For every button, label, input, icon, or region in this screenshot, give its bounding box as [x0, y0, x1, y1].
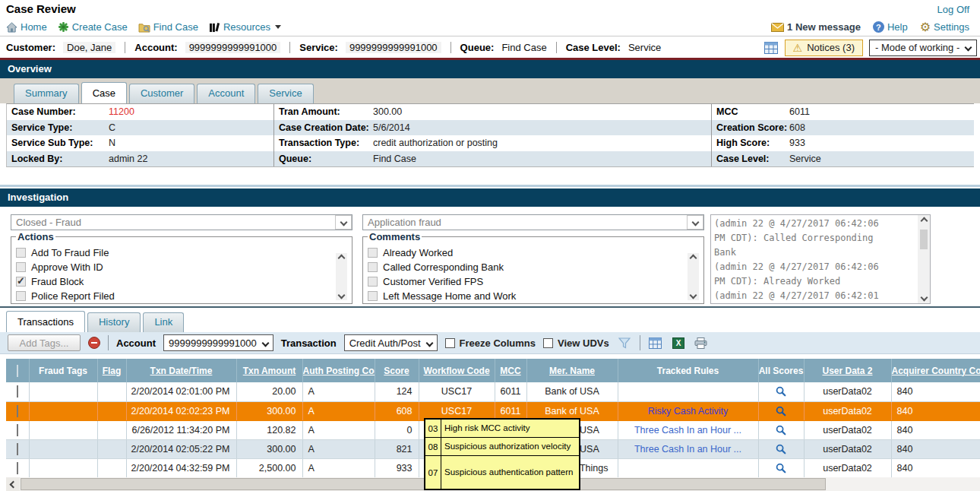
mode-of-working-select[interactable]: - Mode of working - — [869, 40, 977, 56]
tab-account[interactable]: Account — [197, 84, 255, 103]
notes-scrollbar[interactable] — [918, 215, 930, 303]
col-acquirer-country-code[interactable]: Acquirer Country Code — [891, 359, 980, 382]
action-item[interactable]: Fraud Block — [16, 274, 352, 289]
export-excel-icon[interactable]: X — [671, 335, 686, 350]
logoff-link[interactable]: Log Off — [937, 4, 969, 15]
comment-item[interactable]: Called Corresponding Bank — [368, 260, 703, 274]
view-udvs-checkbox[interactable]: View UDVs — [543, 337, 609, 349]
fraud-tags-cell — [29, 401, 97, 420]
transaction-select[interactable]: Credit Auth/Post — [344, 334, 438, 351]
checkbox[interactable] — [16, 277, 26, 287]
scroll-up-icon[interactable] — [690, 255, 697, 262]
tracked-rule-link[interactable]: Three Cash In an Hour ... — [634, 425, 741, 436]
add-tags-button[interactable]: Add Tags... — [8, 334, 81, 351]
nav-home[interactable]: Home — [6, 21, 47, 33]
tab-transactions[interactable]: Transactions — [6, 311, 85, 332]
comment-item[interactable]: Left Message Home and Work — [368, 289, 703, 303]
row-checkbox[interactable] — [17, 405, 18, 417]
action-item[interactable]: Add To Fraud File — [16, 246, 352, 260]
tab-link[interactable]: Link — [143, 312, 184, 332]
overview-section-header: Overview — [0, 60, 980, 78]
tracked-rule-link[interactable]: Risky Cash Activity — [648, 406, 729, 417]
checkbox[interactable] — [16, 248, 26, 258]
field-value: Service — [789, 154, 821, 164]
comment-item[interactable]: Customer Verified FPS — [368, 274, 703, 289]
col-score[interactable]: Score — [375, 359, 419, 382]
grid-panel-icon[interactable] — [763, 40, 779, 55]
checkbox[interactable] — [368, 291, 378, 301]
tracked-rules-cell: Three Cash In an Hour ... — [618, 439, 758, 458]
notes-text[interactable]: (admin 22 @ 4/27/2017 06:42:06 PM CDT): … — [711, 215, 917, 303]
scroll-down-icon[interactable] — [920, 294, 928, 302]
tab-summary[interactable]: Summary — [14, 84, 79, 103]
print-icon[interactable] — [694, 335, 709, 350]
col-mer-name[interactable]: Mer. Name — [526, 359, 618, 382]
checkbox[interactable] — [445, 338, 455, 348]
checkbox[interactable] — [16, 262, 26, 272]
scroll-down-icon[interactable] — [338, 292, 346, 299]
account-select[interactable]: 9999999999991000 — [163, 334, 273, 351]
acquirer-country-cell: 840 — [891, 439, 980, 458]
nav-help[interactable]: ? Help — [873, 21, 908, 33]
row-checkbox[interactable] — [17, 424, 18, 436]
checkbox[interactable] — [16, 291, 26, 301]
comments-scrollbar[interactable] — [688, 253, 699, 300]
field-value: N — [109, 138, 115, 148]
case-context-bar: Customer: Doe, Jane Account: 99999999999… — [0, 37, 980, 60]
col-workflow-code[interactable]: Workflow Code — [419, 359, 495, 382]
checkbox[interactable] — [368, 262, 378, 272]
magnifier-icon[interactable] — [773, 461, 789, 476]
action-item[interactable]: Police Report Filed — [16, 289, 352, 303]
magnifier-icon[interactable] — [773, 404, 789, 419]
scrollbar-thumb[interactable] — [21, 478, 826, 490]
scroll-left-icon[interactable] — [6, 477, 20, 491]
magnifier-icon[interactable] — [773, 423, 789, 438]
rule-text: Suspicious authorization velocity — [441, 438, 579, 455]
col-mcc[interactable]: MCC — [495, 359, 526, 382]
tab-service[interactable]: Service — [258, 84, 313, 103]
nav-settings[interactable]: ⚙ Settings — [920, 21, 969, 33]
row-checkbox[interactable] — [17, 462, 18, 474]
fraud-type-select[interactable]: Application fraud — [362, 214, 704, 230]
scroll-up-icon[interactable] — [920, 217, 928, 225]
checkbox[interactable] — [368, 277, 378, 287]
rule-text: Suspicious authentication pattern — [441, 456, 579, 489]
nav-find-case[interactable]: Find Case — [138, 21, 198, 33]
col-txn-date[interactable]: Txn Date/Time — [126, 359, 236, 382]
notices-button[interactable]: ⚠ Notices (3) — [785, 40, 863, 56]
filter-icon[interactable] — [617, 335, 632, 350]
nav-resources[interactable]: Resources — [209, 21, 281, 33]
scrollbar-thumb[interactable] — [920, 230, 928, 249]
magnifier-icon[interactable] — [773, 384, 789, 399]
transactions-toolbar: Add Tags... Account 9999999999991000 Tra… — [0, 332, 980, 354]
col-txn-amount[interactable]: Txn Amount — [236, 359, 302, 382]
col-auth-posting-code[interactable]: Auth Posting Code — [302, 359, 375, 382]
tracked-rule-link[interactable]: Three Cash In an Hour ... — [634, 444, 741, 455]
row-checkbox[interactable] — [17, 385, 18, 398]
tab-case[interactable]: Case — [81, 82, 127, 103]
comment-item[interactable]: Already Worked — [368, 246, 703, 260]
row-checkbox[interactable] — [17, 443, 18, 455]
tracked-rules-cell — [618, 382, 758, 401]
freeze-columns-checkbox[interactable]: Freeze Columns — [445, 337, 536, 349]
grid-view-icon[interactable] — [648, 335, 663, 350]
status-select[interactable]: Closed - Fraud — [11, 214, 352, 230]
field-value: C — [109, 122, 115, 133]
new-message-link[interactable]: 1 New message — [771, 21, 861, 33]
actions-scrollbar[interactable] — [336, 253, 347, 300]
field-label: Service Sub Type: — [11, 138, 109, 148]
scroll-up-icon[interactable] — [338, 255, 346, 262]
select-all-checkbox[interactable] — [17, 365, 18, 377]
magnifier-icon[interactable] — [773, 442, 789, 457]
action-item[interactable]: Approve With ID — [16, 260, 352, 274]
tab-customer[interactable]: Customer — [129, 84, 194, 103]
field-label: MCC — [716, 106, 789, 117]
col-flag[interactable]: Flag — [97, 359, 126, 382]
checkbox[interactable] — [543, 338, 553, 348]
col-user-data-2[interactable]: User Data 2 — [804, 359, 891, 382]
remove-tag-icon[interactable] — [88, 337, 100, 349]
checkbox[interactable] — [368, 248, 378, 258]
tab-history[interactable]: History — [87, 312, 141, 332]
nav-create-case[interactable]: Create Case — [58, 21, 128, 33]
scroll-down-icon[interactable] — [690, 292, 697, 299]
